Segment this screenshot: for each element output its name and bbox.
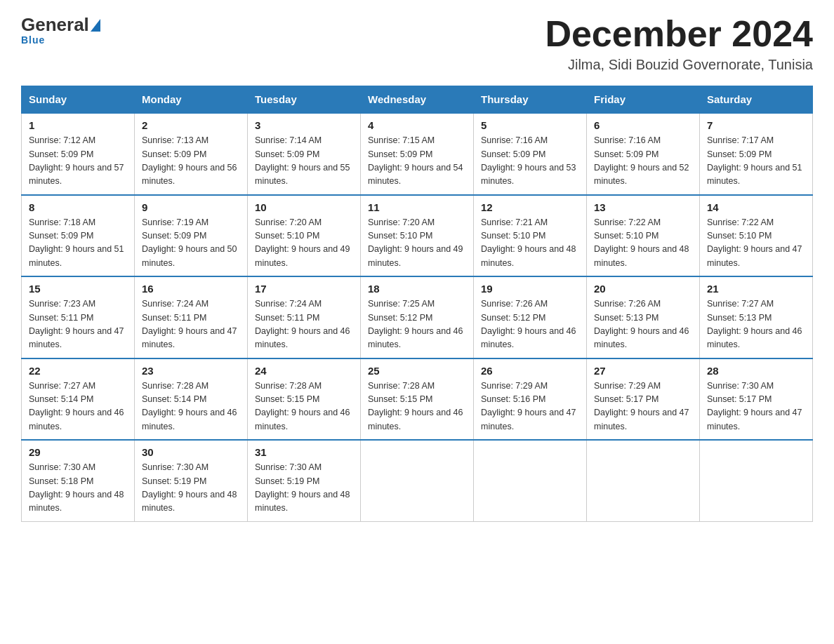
table-row: 21 Sunrise: 7:27 AMSunset: 5:13 PMDaylig… — [700, 276, 813, 358]
calendar-week-row: 15 Sunrise: 7:23 AMSunset: 5:11 PMDaylig… — [22, 276, 813, 358]
table-row — [700, 440, 813, 521]
table-row: 18 Sunrise: 7:25 AMSunset: 5:12 PMDaylig… — [361, 276, 474, 358]
day-info: Sunrise: 7:12 AMSunset: 5:09 PMDaylight:… — [29, 134, 127, 189]
calendar-table: Sunday Monday Tuesday Wednesday Thursday… — [21, 86, 813, 522]
table-row: 14 Sunrise: 7:22 AMSunset: 5:10 PMDaylig… — [700, 195, 813, 277]
day-info: Sunrise: 7:21 AMSunset: 5:10 PMDaylight:… — [481, 216, 579, 271]
table-row: 1 Sunrise: 7:12 AMSunset: 5:09 PMDayligh… — [22, 113, 135, 195]
table-row: 22 Sunrise: 7:27 AMSunset: 5:14 PMDaylig… — [22, 358, 135, 441]
table-row: 20 Sunrise: 7:26 AMSunset: 5:13 PMDaylig… — [587, 276, 700, 358]
table-row: 25 Sunrise: 7:28 AMSunset: 5:15 PMDaylig… — [361, 358, 474, 441]
day-info: Sunrise: 7:28 AMSunset: 5:15 PMDaylight:… — [368, 380, 466, 434]
col-tuesday: Tuesday — [248, 86, 361, 114]
day-info: Sunrise: 7:14 AMSunset: 5:09 PMDaylight:… — [255, 134, 353, 189]
day-info: Sunrise: 7:22 AMSunset: 5:10 PMDaylight:… — [707, 216, 805, 271]
day-info: Sunrise: 7:28 AMSunset: 5:15 PMDaylight:… — [255, 380, 353, 434]
table-row: 12 Sunrise: 7:21 AMSunset: 5:10 PMDaylig… — [474, 195, 587, 277]
day-info: Sunrise: 7:26 AMSunset: 5:13 PMDaylight:… — [594, 297, 692, 352]
day-number: 28 — [707, 365, 805, 377]
day-info: Sunrise: 7:30 AMSunset: 5:17 PMDaylight:… — [707, 380, 805, 434]
col-sunday: Sunday — [22, 86, 135, 114]
day-number: 17 — [255, 283, 353, 295]
day-number: 2 — [142, 119, 240, 131]
day-info: Sunrise: 7:17 AMSunset: 5:09 PMDaylight:… — [707, 134, 805, 189]
day-number: 12 — [481, 201, 579, 213]
day-info: Sunrise: 7:29 AMSunset: 5:17 PMDaylight:… — [594, 380, 692, 434]
table-row: 31 Sunrise: 7:30 AMSunset: 5:19 PMDaylig… — [248, 440, 361, 521]
day-info: Sunrise: 7:20 AMSunset: 5:10 PMDaylight:… — [368, 216, 466, 271]
day-info: Sunrise: 7:16 AMSunset: 5:09 PMDaylight:… — [594, 134, 692, 189]
day-info: Sunrise: 7:20 AMSunset: 5:10 PMDaylight:… — [255, 216, 353, 271]
day-info: Sunrise: 7:13 AMSunset: 5:09 PMDaylight:… — [142, 134, 240, 189]
day-number: 10 — [255, 201, 353, 213]
day-info: Sunrise: 7:28 AMSunset: 5:14 PMDaylight:… — [142, 380, 240, 434]
calendar-week-row: 1 Sunrise: 7:12 AMSunset: 5:09 PMDayligh… — [22, 113, 813, 195]
day-number: 24 — [255, 365, 353, 377]
day-info: Sunrise: 7:27 AMSunset: 5:13 PMDaylight:… — [707, 297, 805, 352]
day-number: 27 — [594, 365, 692, 377]
day-number: 15 — [29, 283, 127, 295]
day-info: Sunrise: 7:30 AMSunset: 5:18 PMDaylight:… — [29, 461, 127, 516]
day-info: Sunrise: 7:27 AMSunset: 5:14 PMDaylight:… — [29, 380, 127, 434]
table-row: 29 Sunrise: 7:30 AMSunset: 5:18 PMDaylig… — [22, 440, 135, 521]
table-row: 7 Sunrise: 7:17 AMSunset: 5:09 PMDayligh… — [700, 113, 813, 195]
day-number: 18 — [368, 283, 466, 295]
table-row: 15 Sunrise: 7:23 AMSunset: 5:11 PMDaylig… — [22, 276, 135, 358]
title-block: December 2024 Jilma, Sidi Bouzid Governo… — [545, 14, 813, 73]
day-info: Sunrise: 7:19 AMSunset: 5:09 PMDaylight:… — [142, 216, 240, 271]
logo-blue-text: Blue — [21, 34, 45, 46]
day-number: 11 — [368, 201, 466, 213]
day-number: 22 — [29, 365, 127, 377]
table-row: 26 Sunrise: 7:29 AMSunset: 5:16 PMDaylig… — [474, 358, 587, 441]
table-row: 5 Sunrise: 7:16 AMSunset: 5:09 PMDayligh… — [474, 113, 587, 195]
table-row: 8 Sunrise: 7:18 AMSunset: 5:09 PMDayligh… — [22, 195, 135, 277]
calendar-week-row: 8 Sunrise: 7:18 AMSunset: 5:09 PMDayligh… — [22, 195, 813, 277]
day-number: 19 — [481, 283, 579, 295]
calendar-header-row: Sunday Monday Tuesday Wednesday Thursday… — [22, 86, 813, 114]
day-number: 4 — [368, 119, 466, 131]
logo: General Blue — [21, 14, 102, 46]
table-row: 23 Sunrise: 7:28 AMSunset: 5:14 PMDaylig… — [135, 358, 248, 441]
day-number: 3 — [255, 119, 353, 131]
table-row — [587, 440, 700, 521]
day-number: 13 — [594, 201, 692, 213]
day-info: Sunrise: 7:25 AMSunset: 5:12 PMDaylight:… — [368, 297, 466, 352]
day-number: 23 — [142, 365, 240, 377]
table-row: 28 Sunrise: 7:30 AMSunset: 5:17 PMDaylig… — [700, 358, 813, 441]
page-header: General Blue December 2024 Jilma, Sidi B… — [21, 14, 813, 73]
col-saturday: Saturday — [700, 86, 813, 114]
day-number: 30 — [142, 446, 240, 458]
table-row — [474, 440, 587, 521]
table-row: 3 Sunrise: 7:14 AMSunset: 5:09 PMDayligh… — [248, 113, 361, 195]
page-title: December 2024 — [545, 14, 813, 54]
table-row: 16 Sunrise: 7:24 AMSunset: 5:11 PMDaylig… — [135, 276, 248, 358]
calendar-week-row: 22 Sunrise: 7:27 AMSunset: 5:14 PMDaylig… — [22, 358, 813, 441]
table-row: 13 Sunrise: 7:22 AMSunset: 5:10 PMDaylig… — [587, 195, 700, 277]
table-row: 4 Sunrise: 7:15 AMSunset: 5:09 PMDayligh… — [361, 113, 474, 195]
col-wednesday: Wednesday — [361, 86, 474, 114]
day-number: 8 — [29, 201, 127, 213]
day-number: 31 — [255, 446, 353, 458]
table-row: 6 Sunrise: 7:16 AMSunset: 5:09 PMDayligh… — [587, 113, 700, 195]
table-row: 19 Sunrise: 7:26 AMSunset: 5:12 PMDaylig… — [474, 276, 587, 358]
day-number: 9 — [142, 201, 240, 213]
table-row: 10 Sunrise: 7:20 AMSunset: 5:10 PMDaylig… — [248, 195, 361, 277]
col-friday: Friday — [587, 86, 700, 114]
table-row: 17 Sunrise: 7:24 AMSunset: 5:11 PMDaylig… — [248, 276, 361, 358]
page-subtitle: Jilma, Sidi Bouzid Governorate, Tunisia — [545, 57, 813, 73]
table-row: 9 Sunrise: 7:19 AMSunset: 5:09 PMDayligh… — [135, 195, 248, 277]
day-info: Sunrise: 7:30 AMSunset: 5:19 PMDaylight:… — [142, 461, 240, 516]
day-info: Sunrise: 7:30 AMSunset: 5:19 PMDaylight:… — [255, 461, 353, 516]
col-monday: Monday — [135, 86, 248, 114]
table-row: 27 Sunrise: 7:29 AMSunset: 5:17 PMDaylig… — [587, 358, 700, 441]
day-info: Sunrise: 7:24 AMSunset: 5:11 PMDaylight:… — [142, 297, 240, 352]
day-number: 21 — [707, 283, 805, 295]
day-info: Sunrise: 7:23 AMSunset: 5:11 PMDaylight:… — [29, 297, 127, 352]
day-info: Sunrise: 7:22 AMSunset: 5:10 PMDaylight:… — [594, 216, 692, 271]
day-number: 16 — [142, 283, 240, 295]
day-number: 7 — [707, 119, 805, 131]
table-row: 2 Sunrise: 7:13 AMSunset: 5:09 PMDayligh… — [135, 113, 248, 195]
day-info: Sunrise: 7:29 AMSunset: 5:16 PMDaylight:… — [481, 380, 579, 434]
day-info: Sunrise: 7:18 AMSunset: 5:09 PMDaylight:… — [29, 216, 127, 271]
col-thursday: Thursday — [474, 86, 587, 114]
